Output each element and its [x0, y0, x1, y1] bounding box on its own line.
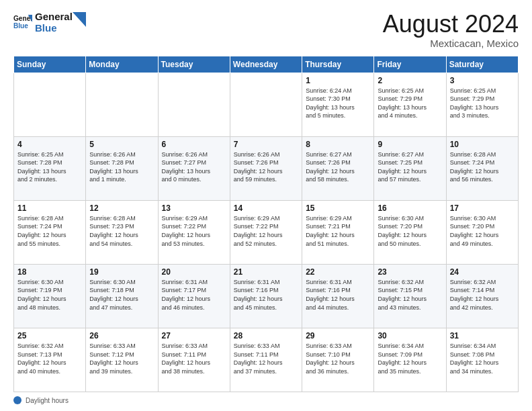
calendar-cell: 6Sunrise: 6:26 AM Sunset: 7:27 PM Daylig…	[158, 136, 230, 200]
day-info: Sunrise: 6:33 AM Sunset: 7:12 PM Dayligh…	[89, 342, 154, 375]
calendar-cell: 5Sunrise: 6:26 AM Sunset: 7:28 PM Daylig…	[86, 136, 158, 200]
day-number: 26	[89, 331, 154, 340]
day-info: Sunrise: 6:28 AM Sunset: 7:23 PM Dayligh…	[89, 214, 154, 248]
calendar-cell: 15Sunrise: 6:29 AM Sunset: 7:21 PM Dayli…	[302, 200, 374, 264]
calendar-week-row: 25Sunrise: 6:32 AM Sunset: 7:13 PM Dayli…	[14, 328, 519, 392]
calendar-cell: 29Sunrise: 6:33 AM Sunset: 7:10 PM Dayli…	[302, 328, 374, 392]
day-number: 3	[450, 76, 515, 85]
day-number: 14	[234, 203, 298, 213]
day-info: Sunrise: 6:34 AM Sunset: 7:09 PM Dayligh…	[378, 342, 442, 375]
calendar-week-row: 18Sunrise: 6:30 AM Sunset: 7:19 PM Dayli…	[14, 264, 519, 328]
calendar-cell: 1Sunrise: 6:24 AM Sunset: 7:30 PM Daylig…	[302, 73, 374, 136]
calendar-cell: 17Sunrise: 6:30 AM Sunset: 7:20 PM Dayli…	[446, 200, 518, 264]
day-number: 23	[378, 267, 442, 277]
day-number: 4	[17, 140, 82, 149]
calendar-cell: 10Sunrise: 6:28 AM Sunset: 7:24 PM Dayli…	[446, 136, 518, 200]
day-info: Sunrise: 6:33 AM Sunset: 7:11 PM Dayligh…	[162, 342, 226, 375]
day-info: Sunrise: 6:27 AM Sunset: 7:25 PM Dayligh…	[378, 150, 442, 184]
calendar-cell: 8Sunrise: 6:27 AM Sunset: 7:26 PM Daylig…	[302, 136, 374, 200]
calendar-cell: 13Sunrise: 6:29 AM Sunset: 7:22 PM Dayli…	[158, 200, 230, 264]
day-number: 11	[17, 203, 82, 213]
calendar-day-header: Saturday	[446, 56, 518, 73]
day-number: 12	[89, 203, 154, 213]
calendar-cell	[86, 73, 158, 136]
calendar-header-row: SundayMondayTuesdayWednesdayThursdayFrid…	[14, 56, 519, 73]
footer-label: Daylight hours	[26, 397, 69, 404]
logo-general: General	[35, 11, 73, 22]
day-number: 9	[378, 140, 442, 149]
calendar-day-header: Friday	[374, 56, 446, 73]
page: General Blue General Blue August 2024 Me…	[0, 0, 532, 411]
day-number: 28	[234, 331, 298, 340]
location-subtitle: Mexticacan, Mexico	[383, 38, 519, 49]
calendar-cell: 27Sunrise: 6:33 AM Sunset: 7:11 PM Dayli…	[158, 328, 230, 392]
calendar-day-header: Sunday	[14, 56, 86, 73]
calendar-day-header: Wednesday	[230, 56, 302, 73]
day-number: 7	[234, 140, 298, 149]
calendar-cell: 24Sunrise: 6:32 AM Sunset: 7:14 PM Dayli…	[446, 264, 518, 328]
day-number: 30	[378, 331, 442, 340]
day-number: 27	[162, 331, 226, 340]
calendar-cell: 19Sunrise: 6:30 AM Sunset: 7:18 PM Dayli…	[86, 264, 158, 328]
footer: Daylight hours	[13, 396, 519, 404]
calendar-cell: 20Sunrise: 6:31 AM Sunset: 7:17 PM Dayli…	[158, 264, 230, 328]
calendar-cell: 7Sunrise: 6:26 AM Sunset: 7:26 PM Daylig…	[230, 136, 302, 200]
day-info: Sunrise: 6:32 AM Sunset: 7:13 PM Dayligh…	[17, 342, 82, 375]
calendar-day-header: Thursday	[302, 56, 374, 73]
day-info: Sunrise: 6:30 AM Sunset: 7:20 PM Dayligh…	[378, 214, 442, 248]
day-number: 21	[234, 267, 298, 277]
day-info: Sunrise: 6:29 AM Sunset: 7:22 PM Dayligh…	[234, 214, 298, 248]
day-info: Sunrise: 6:31 AM Sunset: 7:16 PM Dayligh…	[234, 278, 298, 312]
day-number: 2	[378, 76, 442, 85]
day-info: Sunrise: 6:26 AM Sunset: 7:27 PM Dayligh…	[162, 150, 226, 184]
calendar-cell: 25Sunrise: 6:32 AM Sunset: 7:13 PM Dayli…	[14, 328, 86, 392]
calendar-table: SundayMondayTuesdayWednesdayThursdayFrid…	[13, 56, 519, 392]
day-number: 10	[450, 140, 515, 149]
calendar-week-row: 11Sunrise: 6:28 AM Sunset: 7:24 PM Dayli…	[14, 200, 519, 264]
svg-text:Blue: Blue	[13, 23, 28, 30]
header: General Blue General Blue August 2024 Me…	[13, 11, 519, 49]
day-number: 29	[306, 331, 370, 340]
calendar-cell: 22Sunrise: 6:31 AM Sunset: 7:16 PM Dayli…	[302, 264, 374, 328]
day-number: 18	[17, 267, 82, 277]
calendar-week-row: 1Sunrise: 6:24 AM Sunset: 7:30 PM Daylig…	[14, 73, 519, 136]
calendar-cell: 30Sunrise: 6:34 AM Sunset: 7:09 PM Dayli…	[374, 328, 446, 392]
day-info: Sunrise: 6:27 AM Sunset: 7:26 PM Dayligh…	[306, 150, 370, 184]
day-number: 16	[378, 203, 442, 213]
calendar-cell: 28Sunrise: 6:33 AM Sunset: 7:11 PM Dayli…	[230, 328, 302, 392]
calendar-week-row: 4Sunrise: 6:25 AM Sunset: 7:28 PM Daylig…	[14, 136, 519, 200]
calendar-cell: 4Sunrise: 6:25 AM Sunset: 7:28 PM Daylig…	[14, 136, 86, 200]
day-info: Sunrise: 6:24 AM Sunset: 7:30 PM Dayligh…	[306, 87, 370, 120]
day-number: 17	[450, 203, 515, 213]
logo: General Blue General Blue	[13, 11, 86, 34]
day-info: Sunrise: 6:28 AM Sunset: 7:24 PM Dayligh…	[450, 150, 515, 184]
calendar-cell	[158, 73, 230, 136]
day-info: Sunrise: 6:34 AM Sunset: 7:08 PM Dayligh…	[450, 342, 515, 375]
day-info: Sunrise: 6:26 AM Sunset: 7:26 PM Dayligh…	[234, 150, 298, 184]
day-info: Sunrise: 6:32 AM Sunset: 7:15 PM Dayligh…	[378, 278, 442, 312]
month-year-title: August 2024	[383, 11, 519, 38]
day-info: Sunrise: 6:29 AM Sunset: 7:21 PM Dayligh…	[306, 214, 370, 248]
calendar-cell: 14Sunrise: 6:29 AM Sunset: 7:22 PM Dayli…	[230, 200, 302, 264]
calendar-cell: 26Sunrise: 6:33 AM Sunset: 7:12 PM Dayli…	[86, 328, 158, 392]
day-info: Sunrise: 6:29 AM Sunset: 7:22 PM Dayligh…	[162, 214, 226, 248]
daylight-icon	[13, 396, 21, 404]
calendar-cell	[14, 73, 86, 136]
calendar-cell: 2Sunrise: 6:25 AM Sunset: 7:29 PM Daylig…	[374, 73, 446, 136]
day-info: Sunrise: 6:25 AM Sunset: 7:29 PM Dayligh…	[378, 87, 442, 120]
logo-blue: Blue	[35, 22, 73, 34]
day-number: 13	[162, 203, 226, 213]
day-info: Sunrise: 6:28 AM Sunset: 7:24 PM Dayligh…	[17, 214, 82, 248]
calendar-day-header: Tuesday	[158, 56, 230, 73]
day-info: Sunrise: 6:31 AM Sunset: 7:16 PM Dayligh…	[306, 278, 370, 312]
day-number: 1	[306, 76, 370, 85]
calendar-cell: 3Sunrise: 6:25 AM Sunset: 7:29 PM Daylig…	[446, 73, 518, 136]
day-number: 5	[89, 140, 154, 149]
day-info: Sunrise: 6:25 AM Sunset: 7:29 PM Dayligh…	[450, 87, 515, 120]
calendar-cell	[230, 73, 302, 136]
day-number: 15	[306, 203, 370, 213]
calendar-day-header: Monday	[86, 56, 158, 73]
day-info: Sunrise: 6:32 AM Sunset: 7:14 PM Dayligh…	[450, 278, 515, 312]
calendar-cell: 16Sunrise: 6:30 AM Sunset: 7:20 PM Dayli…	[374, 200, 446, 264]
calendar-cell: 23Sunrise: 6:32 AM Sunset: 7:15 PM Dayli…	[374, 264, 446, 328]
